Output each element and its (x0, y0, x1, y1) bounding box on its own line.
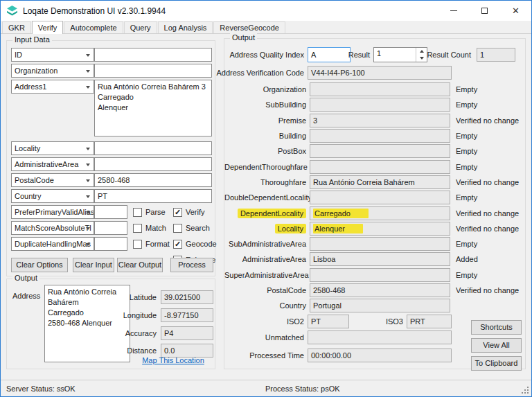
dependentlocality-status: Verified no change (456, 209, 519, 218)
processed-time-label: Processed Time (190, 349, 304, 362)
checkbox-match[interactable]: Match (133, 223, 166, 233)
thoroughfare-status: Verified no change (456, 178, 519, 186)
tab-log-analysis[interactable]: Log Analysis (158, 21, 213, 33)
postbox-field[interactable] (310, 144, 450, 158)
superadministrativearea-status: Empty (456, 271, 477, 279)
field-selector-administrativearea[interactable]: AdministrativeArea (11, 157, 94, 171)
field-selector-postalcode[interactable]: PostalCode (11, 173, 94, 187)
subadministrativearea-status: Empty (456, 240, 477, 248)
doubledependentlocality-field[interactable] (310, 191, 450, 204)
tab-reversegeocode[interactable]: ReverseGeocode (213, 21, 285, 33)
maximize-button[interactable] (469, 1, 500, 21)
result-count-field[interactable]: 1 (477, 48, 515, 62)
dependentthoroughfare-status: Empty (456, 163, 477, 171)
country-field[interactable]: Portugal (310, 299, 450, 312)
tab-autocomplete[interactable]: Autocomplete (64, 21, 123, 33)
input-country[interactable]: PT (94, 189, 212, 203)
address-verification-code-field[interactable]: V44-I44-P6-100 (308, 66, 452, 80)
output-row-dependentlocality: DependentLocalityCarregadoVerified no ch… (224, 205, 525, 220)
dependentlocality-label: DependentLocality (224, 209, 306, 218)
option-input-matchscoreabsolutetl[interactable] (94, 221, 127, 235)
option-selector-duplicatehandlingmas[interactable]: DuplicateHandlingMas (11, 237, 94, 251)
iso3-field[interactable]: PRT (407, 315, 452, 328)
process-button[interactable]: Process (170, 258, 213, 272)
output-right-group: Output Address Quality Index A Result 1 … (224, 38, 526, 369)
address-output-label: Address (12, 289, 43, 303)
tab-gkr[interactable]: GKR (2, 21, 31, 33)
tab-verify[interactable]: Verify (32, 21, 64, 34)
input-administrativearea[interactable] (94, 157, 212, 171)
organization-field[interactable] (310, 82, 450, 96)
chevron-down-icon (86, 179, 90, 182)
checkbox-search[interactable]: Search (173, 223, 210, 233)
status-bar: Server Status: ssOK Process Status: psOK (1, 380, 531, 396)
field-selector-organization[interactable]: Organization (11, 64, 94, 78)
tab-query[interactable]: Query (124, 21, 157, 33)
result-spinner[interactable]: 1 (373, 47, 427, 62)
tab-bar: GKRVerifyAutocompleteQueryLog AnalysisRe… (1, 21, 531, 34)
output-right-group-label: Output (230, 33, 257, 42)
option-input-duplicatehandlingmas[interactable] (94, 237, 127, 251)
doubledependentlocality-status: Empty (456, 193, 477, 202)
subadministrativearea-field[interactable] (310, 237, 450, 251)
close-button[interactable]: ✕ (500, 1, 531, 21)
latitude-field[interactable]: 39.021500 (161, 290, 213, 304)
input-locality[interactable] (94, 141, 212, 155)
option-selector-preferprimaryvalidalias[interactable]: PreferPrimaryValidAlias (11, 205, 94, 219)
thoroughfare-label: Thoroughfare (224, 178, 306, 186)
distance-label: Distance (111, 344, 157, 358)
input-address1[interactable]: Rua António Correia Bahárem 3 Carregado … (94, 80, 212, 136)
unchecked-checkbox-icon (133, 208, 142, 217)
option-selector-matchscoreabsolutetl[interactable]: MatchScoreAbsoluteTl (11, 221, 94, 235)
chevron-up-icon (420, 50, 424, 53)
locality-status: Verified no change (456, 224, 519, 233)
checkbox-label-search: Search (186, 224, 210, 232)
option-input-preferprimaryvalidalias[interactable] (94, 205, 127, 219)
clear-options-button[interactable]: Clear Options (11, 258, 68, 272)
organization-status: Empty (456, 85, 477, 94)
dependentthoroughfare-field[interactable] (310, 160, 450, 174)
field-selector-country[interactable]: Country (11, 189, 94, 203)
administrativearea-status: Added (456, 255, 478, 263)
field-selector-address1[interactable]: Address1 (11, 80, 94, 94)
postalcode-field[interactable]: 2580-468 (310, 283, 450, 297)
resize-grip[interactable] (527, 392, 529, 394)
title-bar[interactable]: Loqate Demonstration UI v2.30.1.9944 ✕ (1, 1, 531, 21)
view-all-button[interactable]: View All (471, 338, 522, 353)
field-selector-id[interactable]: ID (11, 48, 94, 62)
clear-input-button[interactable]: Clear Input (73, 258, 114, 272)
processed-time-field[interactable]: 00:00:00.00 (308, 349, 452, 362)
building-field[interactable] (310, 129, 450, 143)
thoroughfare-field[interactable]: Rua António Correia Bahárem (310, 175, 450, 189)
unchecked-checkbox-icon (173, 224, 182, 233)
clear-output-button[interactable]: Clear Output (117, 258, 163, 272)
chevron-down-icon (86, 70, 90, 73)
output-row-locality: LocalityAlenquerVerified no change (224, 221, 525, 236)
locality-field[interactable]: Alenquer (310, 222, 450, 236)
checkbox-parse[interactable]: Parse (133, 207, 166, 217)
output-row-superadministrativearea: SuperAdministrativeAreaEmpty (224, 267, 525, 283)
checkbox-format[interactable]: Format (133, 239, 170, 249)
input-postalcode[interactable]: 2580-468 (94, 173, 212, 187)
field-selector-locality[interactable]: Locality (11, 141, 94, 155)
subbuilding-field[interactable] (310, 98, 450, 112)
unmatched-field[interactable] (308, 330, 452, 344)
subbuilding-label: SubBuilding (224, 100, 306, 109)
chevron-down-icon (420, 57, 424, 60)
premise-field[interactable]: 3 (310, 114, 450, 127)
avc-label: Address Verification Code (190, 66, 304, 80)
checkbox-label-match: Match (145, 224, 166, 232)
to-clipboard-button[interactable]: To Clipboard (471, 356, 522, 371)
unchecked-checkbox-icon (133, 224, 142, 233)
subbuilding-status: Empty (456, 100, 477, 109)
organization-label: Organization (224, 85, 306, 94)
close-icon: ✕ (512, 6, 520, 15)
minimize-button[interactable] (438, 1, 469, 21)
superadministrativearea-field[interactable] (310, 268, 450, 282)
dependentlocality-field[interactable]: Carregado (310, 206, 450, 220)
loqate-logo-icon (6, 5, 18, 17)
shortcuts-button[interactable]: Shortcuts (471, 320, 522, 335)
checkbox-geocode[interactable]: ✓Geocode (173, 239, 217, 249)
checkbox-verify[interactable]: ✓Verify (173, 207, 205, 217)
administrativearea-field[interactable]: Lisboa (310, 252, 450, 266)
